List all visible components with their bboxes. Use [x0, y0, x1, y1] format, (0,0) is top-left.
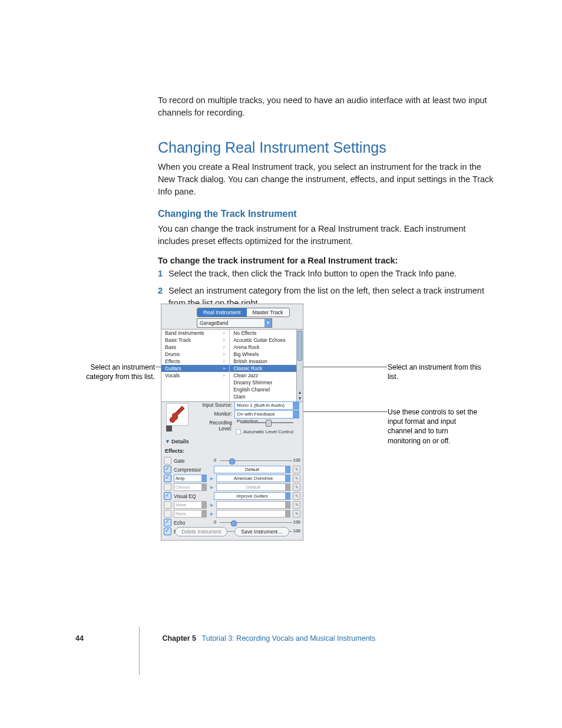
monitor-dropdown[interactable]: On with Feedback Protection — [234, 410, 299, 419]
effect-preset-select[interactable]: Default — [214, 466, 290, 473]
category-row[interactable]: Guitars▹ — [161, 365, 229, 372]
scroll-thumb[interactable] — [297, 331, 302, 361]
effect-checkbox[interactable] — [164, 457, 171, 465]
effect-row: None▶✎ — [164, 509, 300, 518]
category-row[interactable]: Bass▹ — [161, 344, 229, 351]
auto-level-checkbox[interactable]: Automatic Level Control — [234, 428, 293, 436]
effect-name: Gate — [174, 458, 211, 464]
effect-name: Compressor — [174, 467, 211, 473]
step-number: 1 — [158, 268, 163, 280]
effect-row: ✓Amp Simulation▶American Overdrive✎ — [164, 474, 300, 483]
effect-checkbox[interactable] — [164, 510, 171, 518]
effects-list: Gate0100✓CompressorDefault✎✓Amp Simulati… — [164, 456, 300, 536]
input-source-dropdown[interactable]: Mono 1 (Built-in Audio) — [234, 401, 299, 410]
tab-master-track[interactable]: Master Track — [247, 308, 289, 317]
section-heading: Changing Real Instrument Settings — [158, 139, 497, 156]
scrollbar[interactable]: ▴ ▾ — [296, 330, 303, 401]
category-row[interactable]: Drums▹ — [161, 351, 229, 358]
play-icon[interactable]: ▶ — [209, 512, 214, 516]
instrument-row[interactable]: Glam — [230, 393, 303, 400]
preset-group-dropdown[interactable]: GarageBand▾ — [197, 318, 272, 328]
play-icon[interactable]: ▶ — [209, 485, 214, 490]
effect-checkbox[interactable] — [164, 501, 171, 509]
instrument-row[interactable]: British Invasion — [230, 358, 303, 365]
edit-icon[interactable]: ✎ — [293, 510, 300, 518]
instrument-row[interactable]: Clean Jazz — [230, 372, 303, 379]
disclosure-triangle-icon: ▼ — [165, 439, 170, 444]
tutorial-title: Tutorial 3: Recording Vocals and Musical… — [202, 634, 376, 643]
effect-checkbox[interactable]: ✓ — [164, 466, 171, 473]
category-row[interactable]: Vocals▹ — [161, 372, 229, 379]
effect-checkbox[interactable]: ✓ — [164, 519, 171, 526]
play-icon[interactable]: ▶ — [209, 503, 214, 508]
effect-row: ✓CompressorDefault✎ — [164, 465, 300, 474]
effect-row: ✓Echo0100 — [164, 518, 300, 527]
instrument-row[interactable]: Dreamy Shimmer — [230, 379, 303, 386]
play-icon[interactable]: ▶ — [209, 476, 214, 481]
instrument-row[interactable]: No Effects — [230, 330, 303, 337]
page-footer: 44 Chapter 5 Tutorial 3: Recording Vocal… — [75, 634, 491, 643]
effect-row: None▶✎ — [164, 500, 300, 509]
footer-divider — [139, 627, 140, 675]
input-source-label: Input Source: — [196, 402, 232, 408]
page-number: 44 — [75, 634, 84, 643]
effect-name-select[interactable]: Amp Simulation — [174, 475, 207, 482]
effect-checkbox[interactable]: ✓ — [164, 475, 171, 482]
callout-input: Use these controls to set the input form… — [388, 407, 482, 446]
category-row[interactable]: Band Instruments▹ — [161, 330, 229, 337]
effect-name-select[interactable]: Chorus — [174, 483, 207, 491]
effect-row: ✓Visual EQImprove Guitars✎ — [164, 492, 300, 500]
category-row[interactable]: Effects▹ — [161, 358, 229, 365]
intro-para: To record on multiple tracks, you need t… — [158, 94, 497, 119]
figure: Select an instrument category from this … — [75, 304, 500, 545]
subsection-heading: Changing the Track Instrument — [158, 209, 497, 219]
effect-row: Gate0100 — [164, 456, 300, 465]
scroll-up-icon[interactable]: ▴ — [297, 390, 303, 396]
recording-level-slider[interactable] — [234, 420, 299, 426]
delete-instrument-button[interactable]: Delete Instrument — [175, 527, 227, 536]
effect-checkbox[interactable] — [164, 483, 171, 491]
step-number: 2 — [158, 285, 163, 297]
effect-row: Chorus▶Default✎ — [164, 483, 300, 492]
track-info-panel: Real Instrument Master Track GarageBand▾… — [161, 304, 303, 541]
callout-instrument: Select an instrument from this list. — [388, 363, 482, 381]
edit-icon[interactable]: ✎ — [293, 492, 300, 500]
effect-preset-select[interactable]: Improve Guitars — [214, 492, 290, 500]
section-para: When you create a Real Instrument track,… — [158, 161, 497, 198]
step-text: Select the track, then click the Track I… — [168, 269, 457, 278]
instrument-icon-menu[interactable] — [166, 426, 172, 431]
subsection-para: You can change the track instrument for … — [158, 223, 497, 248]
chevron-down-icon: ▾ — [265, 319, 272, 327]
instrument-list[interactable]: No EffectsAcoustic Guitar EchoesArena Ro… — [230, 330, 303, 401]
details-disclosure[interactable]: ▼Details — [165, 439, 189, 444]
callout-category: Select an instrument category from this … — [75, 363, 155, 381]
save-instrument-button[interactable]: Save Instrument… — [234, 527, 289, 536]
edit-icon[interactable]: ✎ — [293, 466, 300, 473]
effect-preset-select[interactable] — [216, 501, 290, 509]
effect-slider[interactable]: 0100 — [214, 457, 300, 464]
effect-name: Visual EQ — [174, 493, 211, 499]
category-row[interactable]: Basic Track▹ — [161, 337, 229, 344]
chapter-label: Chapter 5 — [162, 634, 196, 643]
procedure-lead: To change the track instrument for a Rea… — [158, 256, 497, 265]
edit-icon[interactable]: ✎ — [293, 483, 300, 491]
edit-icon[interactable]: ✎ — [293, 501, 300, 509]
instrument-row[interactable]: Big Wheels — [230, 351, 303, 358]
effect-preset-select[interactable]: Default — [216, 483, 290, 491]
tab-segmented[interactable]: Real Instrument Master Track — [197, 308, 290, 317]
effect-slider[interactable]: 0100 — [214, 519, 300, 526]
effect-preset-select[interactable] — [216, 510, 290, 518]
effect-name: Echo — [174, 520, 211, 526]
instrument-row[interactable]: Arena Rock — [230, 344, 303, 351]
effect-name-select[interactable]: None — [174, 510, 207, 518]
instrument-row[interactable]: Classic Rock — [230, 365, 303, 372]
tab-real-instrument[interactable]: Real Instrument — [197, 308, 247, 317]
effect-checkbox[interactable]: ✓ — [164, 492, 171, 500]
instrument-row[interactable]: English Channel — [230, 386, 303, 393]
effect-preset-select[interactable]: American Overdrive — [216, 475, 290, 482]
monitor-label: Monitor: — [196, 411, 232, 417]
effect-name-select[interactable]: None — [174, 501, 207, 509]
instrument-row[interactable]: Acoustic Guitar Echoes — [230, 337, 303, 344]
category-list[interactable]: Band Instruments▹Basic Track▹Bass▹Drums▹… — [161, 330, 230, 401]
edit-icon[interactable]: ✎ — [293, 475, 300, 482]
